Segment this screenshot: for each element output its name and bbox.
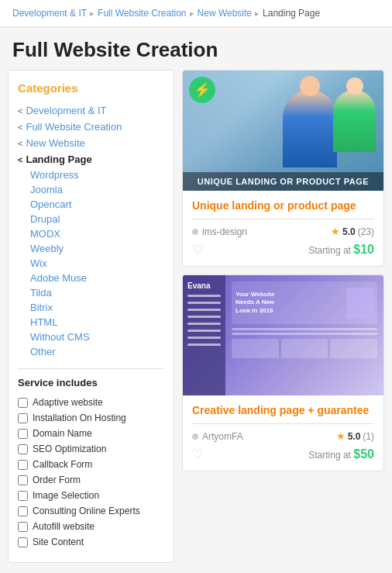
callback-label[interactable]: Callback Form (33, 459, 92, 470)
hosting-checkbox[interactable] (18, 413, 28, 423)
domain-label[interactable]: Domain Name (33, 428, 92, 439)
card-1-overlay: UNIQUE LANDING OR PRODUCT PAGE (183, 172, 383, 191)
chevron-icon: < (18, 106, 22, 116)
rating-value: 5.0 (342, 226, 356, 237)
sidebar-sub-opencart[interactable]: Opencart (30, 197, 164, 212)
service-item-content: Site Content (18, 534, 164, 550)
service-item-adaptive: Adaptive website (18, 395, 164, 410)
order-checkbox[interactable] (18, 475, 28, 485)
chevron-icon: < (18, 139, 22, 148)
breadcrumb-new-website[interactable]: New Website (198, 8, 252, 19)
sidebar-sub-weebly[interactable]: Weebly (30, 241, 164, 256)
sidebar-sub-wordpress[interactable]: Wordpress (30, 167, 164, 182)
autofill-label[interactable]: Autofill website (33, 521, 95, 532)
person-1 (283, 90, 337, 167)
star-icon: ★ (336, 430, 346, 442)
evana-thumbnail (346, 288, 373, 319)
image-checkbox[interactable] (18, 491, 28, 501)
consulting-checkbox[interactable] (18, 506, 28, 516)
person-2 (333, 90, 376, 152)
sidebar-item-landingpage[interactable]: < Landing Page (18, 151, 164, 167)
sidebar-sub-modx[interactable]: MODX (30, 226, 164, 241)
sidebar-item-development[interactable]: < Development & IT (18, 102, 164, 119)
card-1-body: Unique landing or product page ims-desig… (183, 191, 383, 266)
breadcrumb-development[interactable]: Development & IT (12, 8, 87, 19)
favorite-button[interactable]: ♡ (192, 447, 203, 461)
sidebar-sub-wix[interactable]: Wix (30, 256, 164, 271)
image-label[interactable]: Image Selection (33, 490, 99, 501)
evana-line-3 (187, 309, 221, 311)
evana-title: Evana (187, 281, 221, 290)
sidebar-item-label: New Website (26, 137, 84, 149)
card-2-image: Evana Your WebsiteNeeds A NewLook In (183, 275, 383, 395)
breadcrumb-landing-page: Landing Page (263, 8, 320, 19)
evana-grid-item-2 (281, 339, 328, 358)
evana-rows (232, 328, 377, 335)
evana-line-5 (187, 323, 221, 325)
card-1-image: ⚡ UNIQUE LANDING OR PRODUCT PAGE (183, 71, 383, 191)
lightning-symbol: ⚡ (194, 81, 211, 98)
main-layout: Categories < Development & IT < Full Web… (0, 70, 392, 573)
seo-label[interactable]: SEO Optimization (33, 444, 106, 454)
adaptive-label[interactable]: Adaptive website (33, 397, 103, 408)
service-item-order: Order Form (18, 472, 164, 488)
sidebar-item-label: Development & IT (26, 105, 106, 116)
sidebar-item-label: Full Website Creation (26, 121, 122, 133)
starting-at-label: Starting at (308, 245, 351, 256)
page-title: Full Website Creation (12, 38, 380, 62)
price-area: Starting at $50 (308, 447, 374, 461)
card-1: ⚡ UNIQUE LANDING OR PRODUCT PAGE Unique … (182, 70, 384, 267)
service-item-autofill: Autofill website (18, 519, 164, 534)
callback-checkbox[interactable] (18, 460, 28, 470)
evana-line-8 (187, 343, 221, 346)
sidebar-sub-joomla[interactable]: Joomla (30, 182, 164, 197)
chevron-icon: < (18, 123, 22, 132)
autofill-checkbox[interactable] (18, 522, 28, 532)
evana-sidebar: Evana (183, 275, 225, 395)
card-1-bottom: ♡ Starting at $10 (192, 242, 374, 257)
author-name[interactable]: ims-design (202, 226, 247, 237)
evana-grid-item-3 (330, 339, 377, 358)
breadcrumb-sep-3: ▸ (255, 9, 260, 19)
evana-grid (232, 339, 377, 358)
evana-grid-item-1 (232, 339, 279, 358)
domain-checkbox[interactable] (18, 429, 28, 439)
rating-count: (1) (363, 431, 374, 442)
sidebar-sub-tilda[interactable]: Tilda (30, 285, 164, 300)
card-2-background: Evana Your WebsiteNeeds A NewLook In (183, 275, 383, 395)
card-1-rating: ★ 5.0 (23) (331, 226, 374, 237)
breadcrumb-full-website[interactable]: Full Website Creation (98, 8, 187, 19)
card-2-rating: ★ 5.0 (1) (336, 430, 374, 442)
breadcrumb-sep-1: ▸ (90, 9, 95, 19)
categories-title: Categories (18, 81, 164, 95)
service-item-hosting: Installation On Hosting (18, 410, 164, 426)
sidebar-item-fullwebsite[interactable]: < Full Website Creation (18, 119, 164, 135)
starting-at-label: Starting at (308, 450, 351, 461)
sidebar-sub-withoutcms[interactable]: Without CMS (30, 330, 164, 344)
hosting-label[interactable]: Installation On Hosting (33, 412, 126, 423)
favorite-button[interactable]: ♡ (192, 242, 203, 257)
card-2-meta: ArtyomFA ★ 5.0 (1) (192, 430, 374, 442)
author-avatar (192, 229, 198, 235)
sidebar-sub-drupal[interactable]: Drupal (30, 212, 164, 226)
card-1-author: ims-design (192, 226, 247, 237)
sidebar-sub-other[interactable]: Other (30, 344, 164, 359)
sidebar-item-newwebsite[interactable]: < New Website (18, 135, 164, 151)
evana-main: Your WebsiteNeeds A NewLook In 2018 (225, 275, 383, 364)
seo-checkbox[interactable] (18, 444, 28, 454)
evana-row-1 (232, 328, 377, 330)
order-label[interactable]: Order Form (33, 475, 81, 485)
cards-area: ⚡ UNIQUE LANDING OR PRODUCT PAGE Unique … (182, 70, 384, 563)
content-label[interactable]: Site Content (33, 537, 84, 547)
sidebar-sub-bitrix[interactable]: Bitrix (30, 300, 164, 315)
people-illustration (283, 90, 376, 167)
card-2-title[interactable]: Creative landing page + guarantee (192, 403, 374, 417)
content-checkbox[interactable] (18, 537, 28, 547)
author-name[interactable]: ArtyomFA (202, 431, 243, 442)
card-1-title[interactable]: Unique landing or product page (192, 198, 374, 212)
sidebar-sub-html[interactable]: HTML (30, 315, 164, 330)
adaptive-checkbox[interactable] (18, 398, 28, 408)
evana-hero-text: Your WebsiteNeeds A NewLook In 2018 (236, 291, 274, 315)
consulting-label[interactable]: Consulting Online Experts (33, 506, 140, 516)
sidebar-sub-adobemuse[interactable]: Adobe Muse (30, 271, 164, 285)
